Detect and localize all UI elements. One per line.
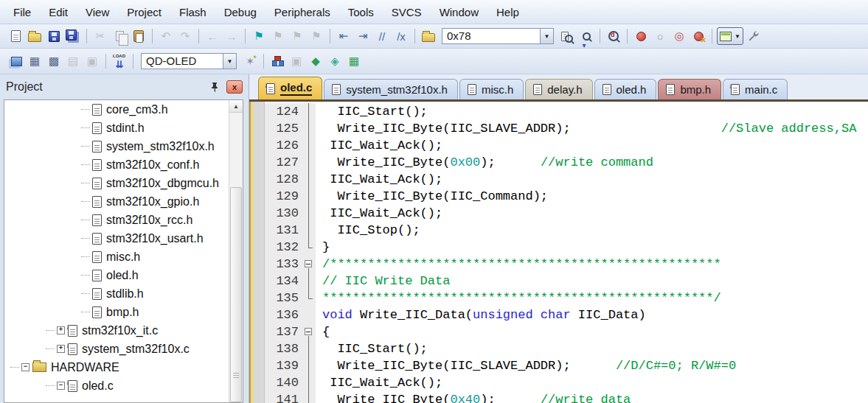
- code-line[interactable]: 135*************************************…: [265, 290, 868, 306]
- manage-books-icon[interactable]: ▦: [345, 52, 363, 70]
- new-file-icon[interactable]: [7, 27, 24, 45]
- indent-icon[interactable]: ⇥: [354, 27, 372, 45]
- menu-help[interactable]: Help: [487, 4, 528, 21]
- stop-build-icon[interactable]: ▣: [83, 52, 101, 70]
- unindent-icon[interactable]: ⇤: [335, 27, 353, 45]
- address-combobox[interactable]: 0x78▼: [442, 28, 554, 44]
- scroll-up-icon[interactable]: ▲: [229, 100, 243, 113]
- menu-edit[interactable]: Edit: [40, 4, 77, 21]
- menu-debug[interactable]: Debug: [215, 4, 265, 21]
- menu-peripherals[interactable]: Peripherals: [265, 4, 339, 21]
- expand-icon[interactable]: +: [57, 345, 65, 353]
- manage-components-icon[interactable]: [268, 52, 286, 70]
- code-line[interactable]: 131 IIC_Stop();: [265, 222, 868, 239]
- build-icon[interactable]: ▦: [26, 52, 44, 70]
- code-line[interactable]: 140 IIC_Wait_Ack();: [265, 374, 868, 391]
- find-in-files-icon[interactable]: [420, 27, 437, 45]
- disable-all-breakpoints-icon[interactable]: ◎: [670, 27, 688, 45]
- tree-item-stdlib-h[interactable]: stdlib.h: [4, 284, 243, 303]
- tab-system-stm32f10x-h[interactable]: system_stm32f10x.h: [324, 79, 458, 99]
- code-line[interactable]: 125 Write_IIC_Byte(IIC_SLAVE_ADDR); //Sl…: [265, 120, 868, 137]
- target-combobox[interactable]: QD-OLED▼: [141, 53, 237, 69]
- tree-item-stm32f10x-gpio-h[interactable]: stm32f10x_gpio.h: [4, 192, 243, 211]
- configure-icon[interactable]: [745, 27, 763, 45]
- save-icon[interactable]: [45, 27, 63, 45]
- tree-item-system-stm32f10x-c[interactable]: +↓system_stm32f10x.c: [4, 340, 243, 358]
- find-icon[interactable]: [558, 27, 576, 45]
- code-line[interactable]: 137{: [265, 323, 868, 340]
- code-lines[interactable]: 124 IIC_Start();125 Write_IIC_Byte(IIC_S…: [265, 102, 868, 403]
- window-select-icon[interactable]: ▼: [717, 27, 743, 45]
- paste-icon[interactable]: [130, 27, 147, 45]
- collapse-icon[interactable]: −: [21, 363, 29, 371]
- code-line[interactable]: 129 Write_IIC_Byte(IIC_Command);: [265, 188, 868, 205]
- tab-oled-c[interactable]: ↓oled.c: [258, 77, 322, 99]
- tab-main-c[interactable]: ↓main.c: [723, 79, 788, 99]
- tree-item-stdint-h[interactable]: stdint.h: [4, 119, 243, 137]
- code-editor[interactable]: 124 IIC_Start();125 Write_IIC_Byte(IIC_S…: [249, 102, 868, 403]
- code-line[interactable]: 124 IIC_Start();: [265, 103, 868, 120]
- fold-collapse-icon[interactable]: [303, 256, 316, 273]
- code-line[interactable]: 141 Write_IIC_Byte(0x40); //write data: [265, 391, 868, 403]
- address-combo-dropdown-icon[interactable]: ▼: [540, 29, 553, 43]
- find-next-icon[interactable]: d: [605, 27, 622, 45]
- target-combo-value[interactable]: QD-OLED: [142, 54, 223, 69]
- save-all-icon[interactable]: [64, 27, 82, 45]
- undo-icon[interactable]: ↶: [157, 27, 175, 45]
- translate-icon[interactable]: [7, 52, 24, 70]
- file-extensions-icon[interactable]: ◆: [307, 52, 324, 70]
- tree-item-stm32f10x-conf-h[interactable]: stm32f10x_conf.h: [4, 155, 243, 174]
- rebuild-icon[interactable]: ▩: [45, 52, 63, 70]
- pin-icon[interactable]: [210, 82, 219, 92]
- menu-flash[interactable]: Flash: [170, 4, 215, 21]
- open-file-icon[interactable]: [26, 27, 44, 45]
- comment-selection-icon[interactable]: //: [373, 27, 391, 45]
- tree-item-stm32f10x-rcc-h[interactable]: stm32f10x_rcc.h: [4, 211, 243, 229]
- code-line[interactable]: 132}: [265, 239, 868, 256]
- insert-bookmark-icon[interactable]: ⚑: [250, 27, 268, 45]
- address-combo-value[interactable]: 0x78: [442, 29, 540, 43]
- code-line[interactable]: 134// IIC Write Data: [265, 273, 868, 290]
- menu-view[interactable]: View: [77, 4, 118, 21]
- menu-window[interactable]: Window: [431, 4, 487, 21]
- tree-item-system-stm32f10x-h[interactable]: system_stm32f10x.h: [4, 137, 243, 155]
- tree-item-stm32f10x-it-c[interactable]: +↓stm32f10x_it.c: [4, 321, 243, 340]
- project-tree[interactable]: core_cm3.hstdint.hsystem_stm32f10x.hstm3…: [4, 99, 243, 403]
- kill-all-breakpoints-icon[interactable]: ✕: [690, 27, 707, 45]
- target-options-icon[interactable]: ✶✦: [241, 52, 259, 70]
- tree-item-hardware[interactable]: −HARDWARE: [4, 358, 243, 376]
- incremental-find-icon[interactable]: [577, 27, 595, 45]
- collapse-icon[interactable]: −: [57, 382, 65, 390]
- clear-all-bookmarks-icon[interactable]: ⚑: [308, 27, 325, 45]
- tree-item-stm32f10x-dbgmcu-h[interactable]: stm32f10x_dbgmcu.h: [4, 174, 243, 192]
- tree-item-bmp-h[interactable]: bmp.h: [4, 303, 243, 321]
- tab-delay-h[interactable]: delay.h: [525, 79, 592, 99]
- tree-item-oled-c[interactable]: −↓oled.c: [4, 376, 243, 395]
- uncomment-selection-icon[interactable]: /x: [392, 27, 410, 45]
- fold-collapse-icon[interactable]: [303, 323, 316, 340]
- enable-disable-breakpoint-icon[interactable]: ○: [651, 27, 669, 45]
- breakpoint-margin[interactable]: [254, 102, 265, 403]
- expand-icon[interactable]: +: [57, 326, 65, 334]
- code-line[interactable]: 139 Write_IIC_Byte(IIC_SLAVE_ADDR); //D/…: [265, 357, 868, 374]
- code-line[interactable]: 136void Write_IIC_Data(unsigned char IIC…: [265, 306, 868, 323]
- tree-item-misc-h[interactable]: misc.h: [4, 248, 243, 266]
- code-line[interactable]: 133/************************************…: [265, 256, 868, 273]
- batch-build-icon[interactable]: ▤: [64, 52, 82, 70]
- tree-item-core-cm3-h[interactable]: core_cm3.h: [4, 100, 243, 119]
- tree-item-stm32f10x-usart-h[interactable]: stm32f10x_usart.h: [4, 229, 243, 248]
- code-line[interactable]: 130 IIC_Wait_Ack();: [265, 205, 868, 222]
- tab-oled-h[interactable]: oled.h: [594, 79, 657, 99]
- menu-project[interactable]: Project: [118, 4, 170, 21]
- navigate-back-icon[interactable]: ←: [204, 27, 221, 45]
- tab-misc-h[interactable]: misc.h: [459, 79, 524, 99]
- tab-bmp-h[interactable]: bmp.h: [658, 79, 721, 99]
- window-stack-icon[interactable]: ▣: [288, 52, 305, 70]
- tree-scrollbar-thumb[interactable]: [230, 187, 242, 402]
- tree-item-oled-h[interactable]: oled.h: [4, 266, 243, 284]
- insert-remove-breakpoint-icon[interactable]: [632, 27, 650, 45]
- menu-file[interactable]: File: [4, 4, 40, 21]
- redo-icon[interactable]: ↷: [176, 27, 194, 45]
- download-icon[interactable]: LOAD⇊: [111, 52, 128, 70]
- previous-bookmark-icon[interactable]: ⚑: [269, 27, 287, 45]
